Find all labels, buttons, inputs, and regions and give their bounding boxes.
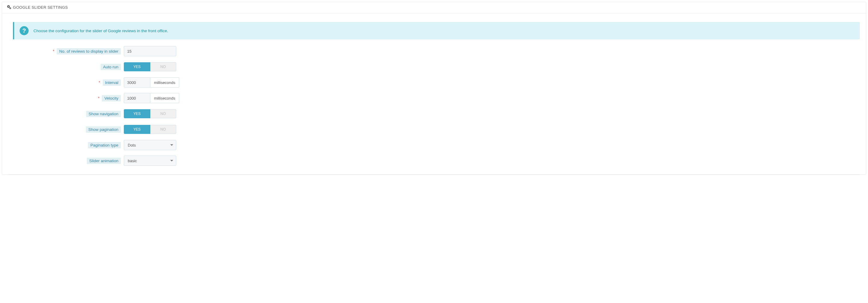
label-velocity: Velocity xyxy=(102,95,121,101)
panel-body: ? Choose the configuration for the slide… xyxy=(2,13,866,174)
row-velocity: * Velocity milliseconds xyxy=(13,93,860,103)
row-slider-animation: Slider animation basic xyxy=(13,156,860,166)
label-reviews-count: No. of reviews to display in slider xyxy=(57,48,121,55)
slider-animation-select-wrap: basic xyxy=(124,156,176,166)
row-interval: * Interval milliseconds xyxy=(13,77,860,88)
row-show-navigation: Show navigation YES NO xyxy=(13,109,860,119)
label-slider-animation: Slider animation xyxy=(87,158,121,164)
row-show-pagination: Show pagination YES NO xyxy=(13,124,860,135)
velocity-input[interactable] xyxy=(124,93,150,103)
toggle-no: NO xyxy=(150,125,177,134)
label-interval: Interval xyxy=(103,79,121,86)
label-col: * Velocity xyxy=(13,95,124,101)
label-col: Auto run xyxy=(13,64,124,70)
gears-icon xyxy=(6,4,11,10)
reviews-count-input[interactable] xyxy=(124,46,176,56)
panel-title: Google Slider Settings xyxy=(13,5,68,10)
panel-footer-separator xyxy=(8,174,860,174)
toggle-yes: YES xyxy=(124,125,150,134)
label-col: Slider animation xyxy=(13,158,124,164)
slider-animation-select[interactable]: basic xyxy=(124,156,176,166)
pagination-type-select-wrap: Dots xyxy=(124,140,176,150)
label-show-pagination: Show pagination xyxy=(86,126,121,133)
velocity-unit: milliseconds xyxy=(150,93,179,103)
interval-unit: milliseconds xyxy=(150,77,179,88)
toggle-yes: YES xyxy=(124,62,150,71)
show-pagination-toggle[interactable]: YES NO xyxy=(124,125,176,134)
label-col: * No. of reviews to display in slider xyxy=(13,48,124,55)
required-marker: * xyxy=(98,80,100,85)
question-icon: ? xyxy=(20,26,29,35)
pagination-type-select[interactable]: Dots xyxy=(124,140,176,150)
show-navigation-toggle[interactable]: YES NO xyxy=(124,109,176,118)
label-col: Show pagination xyxy=(13,126,124,133)
required-marker: * xyxy=(53,49,54,54)
interval-group: milliseconds xyxy=(124,77,179,88)
row-auto-run: Auto run YES NO xyxy=(13,62,860,72)
toggle-no: NO xyxy=(150,109,177,118)
label-auto-run: Auto run xyxy=(101,64,121,70)
label-col: * Interval xyxy=(13,79,124,86)
auto-run-toggle[interactable]: YES NO xyxy=(124,62,176,71)
settings-panel: Google Slider Settings ? Choose the conf… xyxy=(2,2,866,175)
alert-message: Choose the configuration for the slider … xyxy=(33,29,168,33)
panel-header: Google Slider Settings xyxy=(2,2,866,13)
required-marker: * xyxy=(98,96,99,101)
velocity-group: milliseconds xyxy=(124,93,179,103)
toggle-yes: YES xyxy=(124,109,150,118)
label-show-navigation: Show navigation xyxy=(86,111,121,117)
label-col: Pagination type xyxy=(13,142,124,148)
row-pagination-type: Pagination type Dots xyxy=(13,140,860,150)
row-reviews-count: * No. of reviews to display in slider xyxy=(13,46,860,56)
label-col: Show navigation xyxy=(13,111,124,117)
toggle-no: NO xyxy=(150,62,177,71)
interval-input[interactable] xyxy=(124,77,150,88)
label-pagination-type: Pagination type xyxy=(88,142,121,148)
info-alert: ? Choose the configuration for the slide… xyxy=(13,22,860,39)
